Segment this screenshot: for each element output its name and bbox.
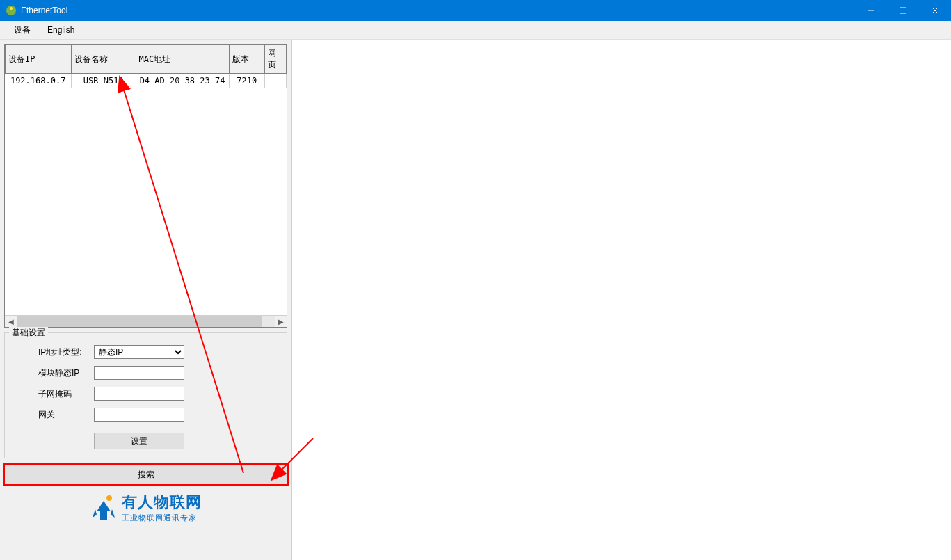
static-ip-input[interactable] [94, 366, 184, 380]
menu-device[interactable]: 设备 [6, 22, 39, 39]
left-panel: 设备IP 设备名称 MAC地址 版本 网页 192.168.0.7 USR-N5… [0, 40, 292, 560]
cell-ip: 192.168.0.7 [6, 74, 72, 88]
gateway-label: 网关 [38, 409, 94, 421]
table-row[interactable]: 192.168.0.7 USR-N510 D4 AD 20 38 23 74 7… [6, 74, 287, 88]
right-panel [292, 40, 951, 560]
scroll-track[interactable] [17, 316, 275, 327]
col-ip[interactable]: 设备IP [6, 45, 72, 74]
col-mac[interactable]: MAC地址 [136, 45, 229, 74]
scroll-thumb[interactable] [17, 316, 262, 327]
svg-point-1 [10, 7, 13, 10]
logo-icon [90, 494, 118, 522]
svg-point-6 [106, 495, 112, 501]
col-web[interactable]: 网页 [265, 45, 287, 74]
logo-text-main: 有人物联网 [122, 492, 202, 513]
ip-type-label: IP地址类型: [38, 346, 94, 358]
menubar: 设备 English [0, 21, 951, 40]
menu-english[interactable]: English [39, 22, 83, 38]
set-button[interactable]: 设置 [94, 433, 184, 449]
close-button[interactable] [919, 0, 951, 21]
scroll-right-arrow[interactable]: ▶ [275, 316, 287, 328]
col-version[interactable]: 版本 [229, 45, 265, 74]
group-title: 基础设置 [9, 327, 48, 339]
subnet-label: 子网掩码 [38, 388, 94, 400]
cell-name: USR-N510 [71, 74, 136, 88]
app-title: EthernetTool [21, 6, 67, 15]
static-ip-label: 模块静态IP [38, 367, 94, 379]
subnet-input[interactable] [94, 387, 184, 401]
gateway-input[interactable] [94, 408, 184, 422]
basic-settings-group: 基础设置 IP地址类型: 静态IP 模块静态IP 子网掩码 网关 设置 [4, 332, 287, 458]
minimize-button[interactable] [855, 0, 887, 21]
search-button[interactable]: 搜索 [4, 464, 287, 485]
app-icon [6, 5, 17, 16]
logo-area: 有人物联网 工业物联网通讯专家 [4, 489, 287, 526]
horizontal-scrollbar[interactable]: ◀ ▶ [5, 315, 287, 327]
ip-type-select[interactable]: 静态IP [94, 345, 184, 359]
maximize-button[interactable] [887, 0, 919, 21]
cell-version: 7210 [229, 74, 265, 88]
svg-rect-3 [900, 7, 906, 14]
scroll-left-arrow[interactable]: ◀ [5, 316, 17, 328]
device-table[interactable]: 设备IP 设备名称 MAC地址 版本 网页 192.168.0.7 USR-N5… [5, 45, 287, 88]
device-table-container: 设备IP 设备名称 MAC地址 版本 网页 192.168.0.7 USR-N5… [4, 44, 287, 328]
cell-web [265, 74, 287, 88]
titlebar: EthernetTool [0, 0, 951, 21]
logo-text-sub: 工业物联网通讯专家 [122, 513, 202, 523]
col-name[interactable]: 设备名称 [71, 45, 136, 74]
cell-mac: D4 AD 20 38 23 74 [136, 74, 229, 88]
